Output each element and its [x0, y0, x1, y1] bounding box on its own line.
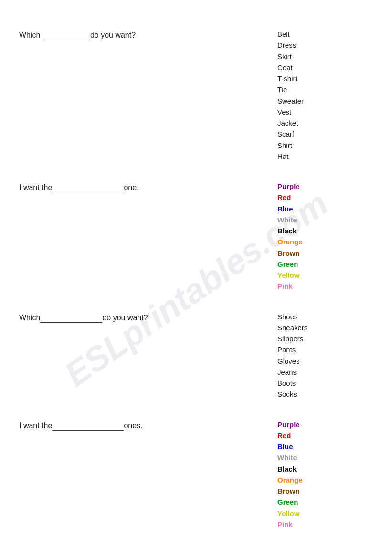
sentence-2-suffix: one.: [124, 183, 138, 191]
sentence-1-suffix: do you want?: [90, 31, 136, 39]
list-item: Vest: [277, 106, 373, 117]
section-3-right: Shoes Sneakers Slippers Pants Gloves Jea…: [277, 311, 373, 400]
list-item: Tie: [277, 84, 373, 95]
list-item: Yellow: [277, 508, 373, 519]
list-item: Brown: [277, 248, 373, 259]
list-item: Pants: [277, 344, 373, 355]
list-item: Yellow: [277, 270, 373, 281]
sentence-3-suffix: do you want?: [102, 314, 148, 322]
list-item: Pink: [277, 281, 373, 292]
sentence-2-prefix: I want the: [19, 183, 52, 191]
list-item: Black: [277, 225, 373, 236]
list-item: Blue: [277, 203, 373, 214]
list-item: T-shirt: [277, 73, 373, 84]
sentence-1: Which do you want?: [19, 31, 220, 40]
list-item: Pink: [277, 519, 373, 530]
list-item: Dress: [277, 40, 373, 51]
list-item: Scarf: [277, 128, 373, 139]
section-3-left: Which do you want?: [19, 311, 220, 400]
blank-1[interactable]: [42, 31, 90, 40]
list-item: Purple: [277, 181, 373, 192]
list-item: Red: [277, 192, 373, 203]
sentence-3: Which do you want?: [19, 314, 220, 323]
sentence-3-prefix: Which: [19, 314, 40, 322]
list-item: Socks: [277, 389, 373, 400]
section-4: I want the ones. Purple Red Blue White B…: [19, 419, 373, 530]
color-list-1: Purple Red Blue White Black Orange Brown…: [277, 181, 373, 292]
list-item: White: [277, 452, 373, 463]
section-4-left: I want the ones.: [19, 419, 220, 530]
section-1-left: Which do you want?: [19, 29, 220, 162]
list-item: Shirt: [277, 140, 373, 151]
blank-3[interactable]: [40, 314, 102, 323]
list-item: White: [277, 214, 373, 225]
list-item: Orange: [277, 236, 373, 247]
sentence-1-prefix: Which: [19, 31, 42, 39]
blank-4[interactable]: [52, 421, 124, 431]
section-2-right: Purple Red Blue White Black Orange Brown…: [277, 181, 373, 292]
list-item: Black: [277, 463, 373, 474]
list-item: Green: [277, 259, 373, 270]
sentence-4: I want the ones.: [19, 421, 220, 431]
list-item: Coat: [277, 62, 373, 73]
list-item: Boots: [277, 378, 373, 389]
list-item: Gloves: [277, 356, 373, 367]
list-item: Jeans: [277, 367, 373, 378]
list-item: Skirt: [277, 51, 373, 62]
list-item: Orange: [277, 474, 373, 485]
sentence-4-suffix: ones.: [124, 421, 142, 430]
color-list-2: Purple Red Blue White Black Orange Brown…: [277, 419, 373, 530]
list-item: Belt: [277, 29, 373, 40]
list-item: Purple: [277, 419, 373, 430]
sentence-2: I want the one.: [19, 183, 220, 192]
section-2-left: I want the one.: [19, 181, 220, 292]
list-item: Brown: [277, 485, 373, 496]
section-2: I want the one. Purple Red Blue White Bl…: [19, 181, 373, 292]
list-item: Slippers: [277, 333, 373, 344]
list-item: Hat: [277, 151, 373, 162]
section-1: Which do you want? Belt Dress Skirt Coat…: [19, 29, 373, 162]
list-item: Red: [277, 430, 373, 441]
section-1-right: Belt Dress Skirt Coat T-shirt Tie Sweate…: [277, 29, 373, 162]
clothing-list-2: Shoes Sneakers Slippers Pants Gloves Jea…: [277, 311, 373, 400]
list-item: Green: [277, 496, 373, 507]
list-item: Blue: [277, 441, 373, 452]
page: ESLprintables.com Which do you want? Bel…: [0, 0, 392, 558]
section-3: Which do you want? Shoes Sneakers Slippe…: [19, 311, 373, 400]
clothing-list-1: Belt Dress Skirt Coat T-shirt Tie Sweate…: [277, 29, 373, 162]
list-item: Sweater: [277, 95, 373, 106]
blank-2[interactable]: [52, 183, 124, 192]
sentence-4-prefix: I want the: [19, 421, 52, 430]
list-item: Jacket: [277, 117, 373, 128]
section-4-right: Purple Red Blue White Black Orange Brown…: [277, 419, 373, 530]
list-item: Shoes: [277, 311, 373, 322]
list-item: Sneakers: [277, 322, 373, 333]
